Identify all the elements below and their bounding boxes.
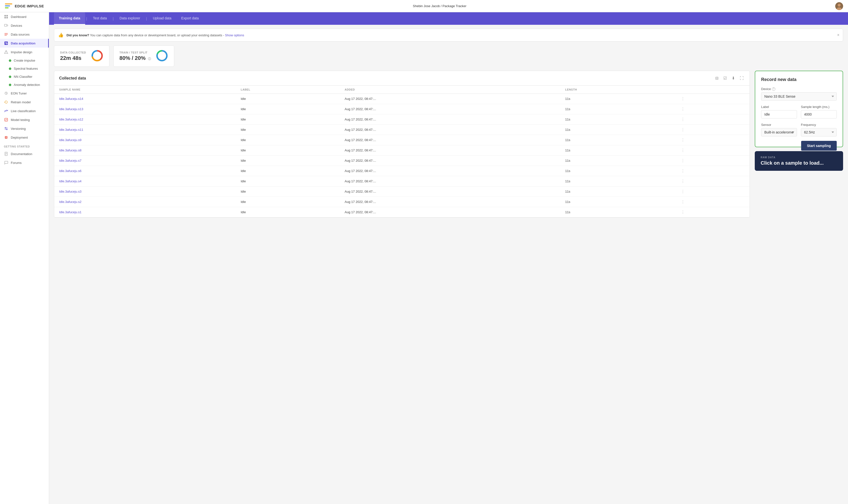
- label-input[interactable]: [761, 110, 797, 119]
- tab-data-explorer[interactable]: Data explorer: [114, 12, 145, 25]
- thumbs-up-icon: 👍: [58, 32, 64, 38]
- select-all-button[interactable]: ☑: [722, 75, 728, 82]
- cell-menu: ⋮: [676, 186, 750, 197]
- fullscreen-button[interactable]: ⛶: [739, 75, 745, 82]
- sample-link[interactable]: Idle.3afuceju.s8: [59, 148, 82, 152]
- cell-menu: ⋮: [676, 176, 750, 186]
- cell-length: 11s: [560, 104, 676, 114]
- cell-label: Idle: [236, 135, 340, 145]
- model-testing-icon: [4, 118, 8, 122]
- devices-icon: [4, 23, 8, 28]
- cell-added: Aug 17 2022, 08:47:...: [340, 145, 560, 156]
- table-row: Idle.3afuceju.s14 Idle Aug 17 2022, 08:4…: [54, 94, 750, 104]
- row-menu-button[interactable]: ⋮: [681, 138, 685, 142]
- sample-link[interactable]: Idle.3afuceju.s12: [59, 118, 83, 121]
- cell-menu: ⋮: [676, 135, 750, 145]
- sidebar-item-data-sources[interactable]: Data sources: [0, 30, 49, 39]
- device-help-icon[interactable]: ?: [772, 87, 775, 91]
- sample-link[interactable]: Idle.3afuceju.s14: [59, 97, 83, 101]
- row-menu-button[interactable]: ⋮: [681, 97, 685, 101]
- sidebar-item-forums[interactable]: Forums: [0, 158, 49, 167]
- sample-link[interactable]: Idle.3afuceju.s6: [59, 169, 82, 173]
- start-sampling-button[interactable]: Start sampling: [801, 141, 837, 151]
- sensor-select[interactable]: Built-in accelerometer: [761, 128, 797, 137]
- sample-link[interactable]: Idle.3afuceju.s1: [59, 210, 82, 214]
- train-test-info-icon[interactable]: ⓘ: [148, 57, 151, 60]
- cell-name: Idle.3afuceju.s14: [54, 94, 236, 104]
- cell-length: 11s: [560, 166, 676, 176]
- download-button[interactable]: ⬇: [731, 75, 736, 82]
- svg-rect-6: [6, 17, 8, 18]
- avatar[interactable]: [835, 2, 843, 10]
- sample-length-input[interactable]: [801, 110, 837, 119]
- sidebar-item-dashboard[interactable]: Dashboard: [0, 12, 49, 21]
- tab-test-data[interactable]: Test data: [88, 12, 112, 25]
- sidebar-item-data-acquisition[interactable]: Data acquisition: [0, 39, 49, 48]
- cell-label: Idle: [236, 186, 340, 197]
- sample-link[interactable]: Idle.3afuceju.s4: [59, 179, 82, 183]
- sidebar-item-deployment[interactable]: Deployment: [0, 133, 49, 142]
- row-menu-button[interactable]: ⋮: [681, 210, 685, 214]
- col-header-added: ADDED: [340, 86, 560, 94]
- sample-link[interactable]: Idle.3afuceju.s11: [59, 128, 83, 131]
- sample-link[interactable]: Idle.3afuceju.s13: [59, 107, 83, 111]
- avatar-img: [835, 2, 843, 10]
- sidebar-item-model-testing[interactable]: Model testing: [0, 115, 49, 124]
- row-menu-button[interactable]: ⋮: [681, 148, 685, 152]
- table-actions: ⊟ ☑ ⬇ ⛶: [714, 75, 745, 82]
- device-select[interactable]: Nano 33 BLE Sense: [761, 92, 837, 101]
- sidebar-item-versioning[interactable]: Versioning: [0, 124, 49, 133]
- donut-svg-collected: [91, 50, 103, 62]
- cell-added: Aug 17 2022, 08:47:...: [340, 186, 560, 197]
- sidebar-item-live-classification[interactable]: Live classification: [0, 107, 49, 115]
- sample-link[interactable]: Idle.3afuceju.s3: [59, 190, 82, 193]
- tab-training-data[interactable]: Training data: [54, 12, 85, 25]
- cell-name: Idle.3afuceju.s8: [54, 145, 236, 156]
- filter-button[interactable]: ⊟: [714, 75, 719, 82]
- row-menu-button[interactable]: ⋮: [681, 179, 685, 183]
- sidebar-item-retrain-model[interactable]: Retrain model: [0, 98, 49, 107]
- sidebar-item-anomaly-detection[interactable]: Anomaly detection: [0, 81, 49, 89]
- data-collected-label: DATA COLLECTED: [60, 51, 86, 54]
- tab-divider-2: |: [112, 17, 115, 21]
- tab-upload-data[interactable]: Upload data: [148, 12, 176, 25]
- spectral-features-dot: [9, 68, 11, 70]
- cell-added: Aug 17 2022, 08:47:...: [340, 176, 560, 186]
- sidebar-item-eon-tuner[interactable]: EON Tuner: [0, 89, 49, 98]
- sample-link[interactable]: Idle.3afuceju.s2: [59, 200, 82, 204]
- tab-divider-1: |: [85, 17, 88, 21]
- sidebar-label-spectral-features: Spectral features: [14, 67, 38, 70]
- row-menu-button[interactable]: ⋮: [681, 159, 685, 163]
- sample-link[interactable]: Idle.3afuceju.s9: [59, 138, 82, 142]
- cell-label: Idle: [236, 197, 340, 207]
- top-bar: EDGE IMPULSE Shebin Jose Jacob / Package…: [0, 0, 848, 12]
- row-menu-button[interactable]: ⋮: [681, 190, 685, 194]
- cell-label: Idle: [236, 125, 340, 135]
- tab-export-data[interactable]: Export data: [176, 12, 204, 25]
- sidebar-item-impulse-design[interactable]: Impulse design: [0, 48, 49, 56]
- cell-menu: ⋮: [676, 197, 750, 207]
- sample-link[interactable]: Idle.3afuceju.s7: [59, 159, 82, 162]
- banner-link[interactable]: Show options: [225, 33, 244, 37]
- row-menu-button[interactable]: ⋮: [681, 107, 685, 111]
- sidebar-item-spectral-features[interactable]: Spectral features: [0, 65, 49, 73]
- sidebar-item-nn-classifier[interactable]: NN Classifier: [0, 73, 49, 81]
- sidebar-label-retrain-model: Retrain model: [11, 100, 31, 104]
- row-menu-button[interactable]: ⋮: [681, 200, 685, 204]
- table-row: Idle.3afuceju.s1 Idle Aug 17 2022, 08:47…: [54, 207, 750, 217]
- sidebar-item-devices[interactable]: Devices: [0, 21, 49, 30]
- row-menu-button[interactable]: ⋮: [681, 169, 685, 173]
- cell-length: 11s: [560, 114, 676, 125]
- cell-menu: ⋮: [676, 145, 750, 156]
- cell-menu: ⋮: [676, 125, 750, 135]
- row-menu-button[interactable]: ⋮: [681, 128, 685, 132]
- sidebar-item-documentation[interactable]: Documentation: [0, 149, 49, 158]
- table-row: Idle.3afuceju.s11 Idle Aug 17 2022, 08:4…: [54, 125, 750, 135]
- table-row: Idle.3afuceju.s3 Idle Aug 17 2022, 08:47…: [54, 186, 750, 197]
- frequency-select[interactable]: 62.5Hz: [801, 128, 837, 137]
- sidebar-item-create-impulse[interactable]: Create impulse: [0, 56, 49, 65]
- cell-label: Idle: [236, 176, 340, 186]
- app-name: EDGE IMPULSE: [15, 4, 44, 8]
- banner-close-button[interactable]: ×: [837, 33, 840, 37]
- row-menu-button[interactable]: ⋮: [681, 117, 685, 122]
